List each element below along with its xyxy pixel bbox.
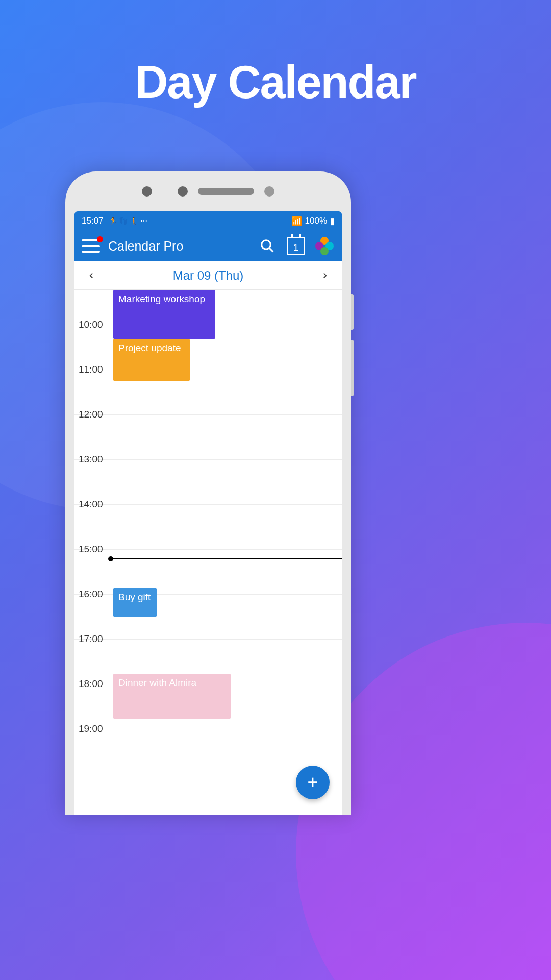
hour-label: 17:00 bbox=[79, 633, 109, 645]
hour-row[interactable]: 13:00 bbox=[74, 459, 342, 504]
date-nav: Mar 09 (Thu) bbox=[74, 261, 342, 290]
today-icon[interactable]: 1 bbox=[286, 236, 306, 256]
hour-label: 12:00 bbox=[79, 409, 109, 420]
hour-label: 16:00 bbox=[79, 589, 109, 600]
now-line bbox=[111, 558, 342, 559]
app-title: Calendar Pro bbox=[108, 239, 249, 254]
date-label[interactable]: Mar 09 (Thu) bbox=[173, 268, 244, 283]
timeline[interactable]: 10:0011:0012:0013:0014:0015:0016:0017:00… bbox=[74, 290, 342, 815]
event-block[interactable]: Buy gift bbox=[113, 588, 157, 617]
menu-icon[interactable] bbox=[82, 239, 100, 253]
add-event-button[interactable]: + bbox=[296, 766, 330, 799]
event-block[interactable]: Dinner with Almira bbox=[113, 674, 231, 719]
apps-icon[interactable] bbox=[314, 236, 335, 256]
search-icon[interactable] bbox=[257, 236, 278, 256]
event-block[interactable]: Project update bbox=[113, 339, 190, 381]
signal-icon: 📶 bbox=[291, 216, 302, 227]
phone-frame: 15:07 🏃 👣 🚶 ⋯ 📶 100% ▮ Calendar Pro bbox=[65, 172, 351, 815]
svg-line-1 bbox=[269, 248, 273, 252]
next-day-button[interactable] bbox=[317, 268, 333, 283]
hour-label: 11:00 bbox=[79, 364, 109, 375]
phone-hardware-top bbox=[65, 172, 351, 211]
battery-icon: ▮ bbox=[330, 216, 335, 227]
hour-label: 13:00 bbox=[79, 454, 109, 465]
hour-label: 19:00 bbox=[79, 723, 109, 734]
hour-row[interactable]: 12:00 bbox=[74, 414, 342, 459]
app-bar: Calendar Pro 1 bbox=[74, 231, 342, 261]
event-block[interactable]: Marketing workshop bbox=[113, 290, 215, 339]
hour-row[interactable]: 14:00 bbox=[74, 504, 342, 549]
notification-badge-icon bbox=[97, 236, 103, 242]
hour-label: 14:00 bbox=[79, 499, 109, 510]
status-activity-icons: 🏃 👣 🚶 ⋯ bbox=[109, 217, 148, 225]
status-bar: 15:07 🏃 👣 🚶 ⋯ 📶 100% ▮ bbox=[74, 211, 342, 231]
hour-label: 15:00 bbox=[79, 544, 109, 555]
screen: 15:07 🏃 👣 🚶 ⋯ 📶 100% ▮ Calendar Pro bbox=[74, 211, 342, 815]
svg-point-0 bbox=[262, 240, 271, 250]
status-time: 15:07 bbox=[82, 216, 104, 226]
prev-day-button[interactable] bbox=[84, 268, 99, 283]
hour-row[interactable]: 19:00 bbox=[74, 729, 342, 774]
battery-text: 100% bbox=[305, 216, 327, 226]
promo-title: Day Calendar bbox=[0, 56, 551, 109]
hour-row[interactable]: 15:00 bbox=[74, 549, 342, 594]
hour-label: 18:00 bbox=[79, 678, 109, 690]
hour-label: 10:00 bbox=[79, 319, 109, 330]
